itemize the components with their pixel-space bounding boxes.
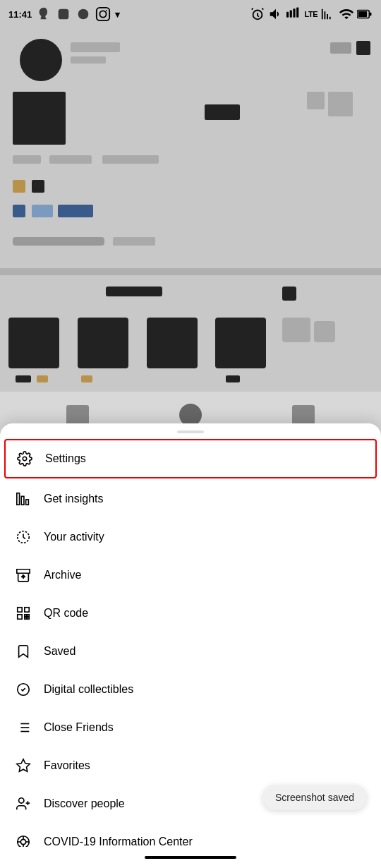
svg-rect-21 (25, 615, 27, 617)
home-indicator (145, 856, 236, 859)
svg-rect-19 (25, 608, 29, 612)
activity-label: Your activity (44, 531, 104, 543)
sheet-handle (177, 430, 204, 433)
svg-rect-22 (28, 615, 30, 617)
toast-message: Screenshot saved (275, 792, 354, 803)
insights-label: Get insights (44, 493, 103, 505)
svg-marker-32 (17, 759, 30, 771)
snapchat-icon (36, 6, 52, 22)
menu-item-collectibles[interactable]: Digital collectibles (0, 670, 381, 709)
activity-icon (14, 528, 32, 546)
snapchat2-icon (56, 6, 71, 22)
menu-item-favorites[interactable]: Favorites (0, 747, 381, 785)
insights-icon (14, 490, 32, 508)
menu-item-qr[interactable]: QR code (0, 594, 381, 632)
signal-icon (320, 6, 336, 22)
svg-point-4 (106, 10, 107, 11)
svg-rect-7 (289, 11, 291, 18)
saved-icon (14, 642, 32, 661)
favorites-icon (14, 757, 32, 775)
svg-rect-11 (369, 13, 371, 16)
archive-label: Archive (44, 569, 81, 581)
sheet-handle-container (0, 423, 381, 438)
svg-point-3 (100, 11, 107, 17)
svg-rect-0 (59, 9, 69, 20)
volume-icon (268, 6, 284, 22)
collectibles-icon (14, 680, 32, 699)
lte-label: LTE (305, 10, 318, 18)
settings-label: Settings (45, 452, 86, 465)
svg-rect-20 (18, 615, 22, 619)
status-bar: 11:41 ▾ LTE (0, 0, 381, 28)
svg-rect-15 (21, 496, 24, 505)
favorites-label: Favorites (44, 759, 90, 772)
svg-rect-23 (25, 617, 27, 620)
svg-rect-6 (286, 12, 289, 18)
qr-icon (14, 604, 32, 622)
svg-rect-2 (97, 8, 109, 20)
svg-point-1 (78, 9, 89, 20)
svg-point-13 (23, 457, 27, 461)
archive-icon (14, 566, 32, 584)
svg-rect-24 (28, 617, 30, 620)
close-friends-icon (14, 718, 32, 737)
status-right: LTE (250, 6, 373, 22)
menu-item-close-friends[interactable]: Close Friends (0, 709, 381, 747)
bottom-nav-bar (0, 847, 381, 868)
discover-label: Discover people (44, 797, 125, 810)
menu-item-saved[interactable]: Saved (0, 632, 381, 670)
svg-rect-16 (26, 500, 29, 505)
status-left: 11:41 ▾ (8, 6, 120, 22)
svg-point-33 (19, 798, 24, 803)
menu-item-insights[interactable]: Get insights (0, 480, 381, 518)
time-display: 11:41 (8, 9, 32, 20)
svg-rect-8 (293, 8, 295, 18)
saved-label: Saved (44, 645, 75, 658)
menu-item-activity[interactable]: Your activity (0, 518, 381, 556)
background-content: 11:41 ▾ LTE (0, 0, 381, 438)
settings-icon (16, 450, 34, 468)
svg-point-37 (20, 839, 25, 844)
close-friends-label: Close Friends (44, 721, 114, 734)
svg-rect-18 (18, 608, 22, 612)
snapchat3-icon (75, 6, 91, 22)
screenshot-toast: Screenshot saved (262, 785, 367, 810)
menu-item-archive[interactable]: Archive (0, 556, 381, 594)
instagram-icon (95, 6, 111, 22)
discover-icon (14, 795, 32, 813)
menu-item-settings[interactable]: Settings (4, 439, 377, 478)
svg-rect-9 (296, 8, 298, 18)
alarm-icon (250, 6, 265, 22)
svg-rect-12 (358, 11, 368, 17)
network-icon (286, 6, 302, 22)
dropdown-indicator: ▾ (115, 9, 120, 20)
wifi-icon (339, 6, 354, 22)
qr-label: QR code (44, 607, 88, 620)
battery-icon (357, 6, 373, 22)
collectibles-label: Digital collectibles (44, 683, 133, 696)
svg-rect-14 (17, 493, 20, 505)
